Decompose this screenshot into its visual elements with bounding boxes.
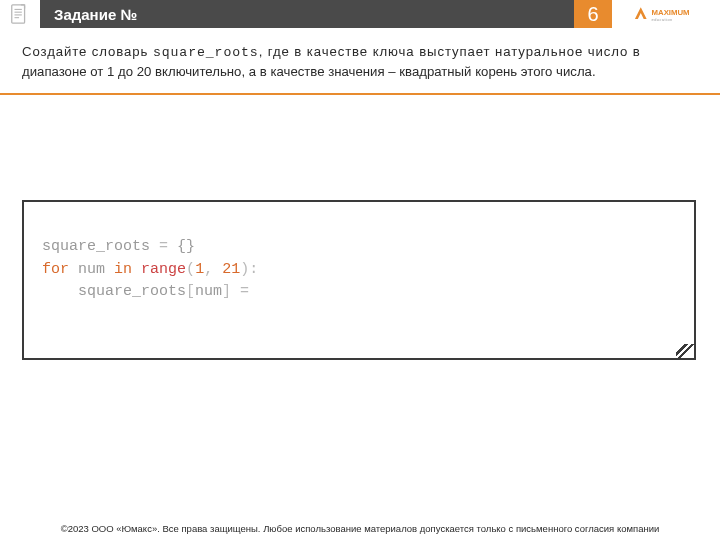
prompt-text-1b: , где в качестве ключа выступает натурал…: [259, 44, 641, 59]
code-token: for: [42, 261, 69, 278]
svg-rect-0: [12, 5, 25, 23]
svg-text:education: education: [652, 17, 673, 22]
code-token: [69, 261, 78, 278]
code-token: (: [186, 261, 195, 278]
code-token: [: [186, 283, 195, 300]
copyright-footer: ©2023 ООО «Юмакс». Все права защищены. Л…: [0, 523, 720, 534]
code-token: [132, 261, 141, 278]
code-token: num: [78, 261, 105, 278]
code-token: =: [150, 238, 177, 255]
code-token: [105, 261, 114, 278]
code-token: [42, 283, 78, 300]
code-content: square_roots = {} for num in range(1, 21…: [42, 236, 674, 304]
task-number: 6: [574, 0, 612, 28]
code-token: in: [114, 261, 132, 278]
code-token: ]: [222, 283, 231, 300]
prompt-text-2: диапазоне от 1 до 20 включительно, а в к…: [22, 64, 596, 79]
brand-logo-icon: MAXIMUM education: [632, 4, 710, 24]
logo-area: MAXIMUM education: [612, 0, 720, 28]
code-token: =: [231, 283, 258, 300]
code-token: ,: [204, 261, 222, 278]
document-icon: [9, 3, 31, 25]
code-token: 21: [222, 261, 240, 278]
code-token: 1: [195, 261, 204, 278]
task-title: Задание №: [40, 0, 574, 28]
code-token: square_roots: [78, 283, 186, 300]
header-bar: Задание № 6 MAXIMUM education: [0, 0, 720, 28]
code-token: square_roots: [42, 238, 150, 255]
task-prompt: Создайте словарь square_roots, где в кач…: [0, 28, 720, 91]
code-block: square_roots = {} for num in range(1, 21…: [22, 200, 696, 360]
code-token: ): [240, 261, 249, 278]
svg-text:MAXIMUM: MAXIMUM: [652, 8, 690, 17]
prompt-code-token: square_roots: [153, 45, 259, 60]
code-token: {}: [177, 238, 195, 255]
doc-icon-wrap: [0, 0, 40, 28]
code-token: :: [249, 261, 258, 278]
accent-separator: [0, 93, 720, 95]
code-token: range: [141, 261, 186, 278]
code-token: num: [195, 283, 222, 300]
prompt-text-1a: Создайте словарь: [22, 44, 153, 59]
